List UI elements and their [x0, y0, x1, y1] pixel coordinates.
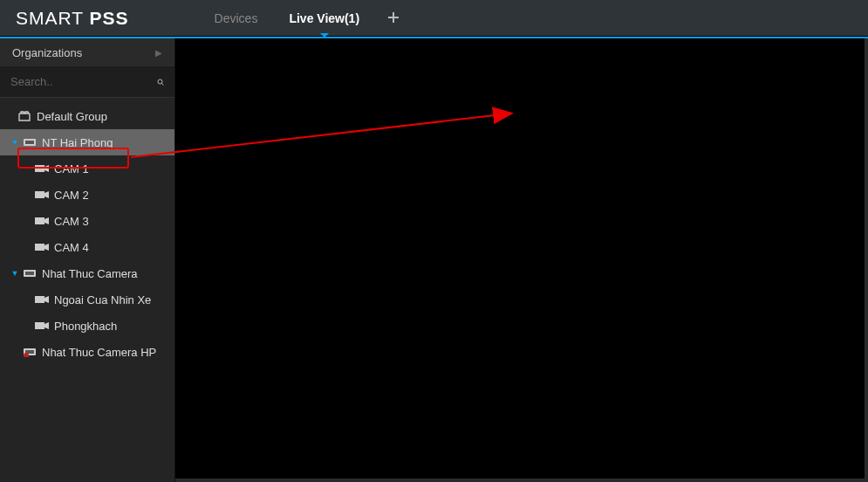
- tree-root-label: Default Group: [37, 110, 107, 123]
- tree-device-label: NT Hai Phong: [42, 136, 113, 149]
- tree-device-label: Nhat Thuc Camera: [42, 267, 138, 280]
- app-title-light: SMART: [16, 8, 90, 28]
- app-title: SMART PSS: [16, 8, 129, 29]
- video-grid[interactable]: [175, 38, 868, 482]
- camera-icon: [35, 214, 49, 228]
- collapse-icon[interactable]: ▼: [10, 269, 19, 278]
- device-tree: ▼ Default Group ▼ NT Hai Phong CAM 1 CAM: [0, 98, 174, 482]
- camera-icon: [35, 240, 49, 254]
- organizations-header[interactable]: Organizations ▶: [0, 38, 174, 66]
- plus-icon: [387, 11, 400, 24]
- svg-rect-3: [35, 165, 44, 172]
- device-offline-icon: [23, 345, 37, 359]
- tree-camera-cam3[interactable]: CAM 3: [0, 208, 174, 234]
- chevron-right-icon: ▶: [155, 48, 162, 58]
- app-title-bold: PSS: [90, 8, 129, 28]
- right-border: [865, 38, 868, 482]
- tab-bar: Devices Live View(1): [199, 0, 412, 36]
- tree-device-nthai[interactable]: ▼ NT Hai Phong: [0, 129, 174, 155]
- tree-camera-label: Phongkhach: [54, 320, 117, 333]
- tab-devices-label: Devices: [215, 11, 258, 25]
- device-icon: [23, 266, 37, 280]
- app-header: SMART PSS Devices Live View(1): [0, 0, 868, 37]
- svg-rect-5: [35, 217, 44, 224]
- tree-root[interactable]: ▼ Default Group: [0, 103, 174, 129]
- svg-rect-2: [25, 141, 34, 144]
- search-input[interactable]: [10, 75, 157, 88]
- svg-rect-10: [35, 322, 44, 329]
- tree-device-label: Nhat Thuc Camera HP: [42, 346, 156, 359]
- tree-camera-cam1[interactable]: CAM 1: [0, 155, 174, 182]
- add-tab-button[interactable]: [375, 8, 412, 28]
- svg-rect-4: [35, 191, 44, 198]
- svg-rect-8: [25, 272, 34, 275]
- search-box: [0, 66, 174, 98]
- svg-rect-6: [35, 244, 44, 251]
- svg-point-0: [158, 79, 162, 84]
- tree-camera-label: Ngoai Cua Nhin Xe: [54, 293, 151, 306]
- content-area: Organizations ▶ ▼ Default Group ▼ NT Hai…: [0, 38, 868, 482]
- tab-liveview[interactable]: Live View(1): [273, 0, 375, 36]
- sidebar: Organizations ▶ ▼ Default Group ▼ NT Hai…: [0, 38, 175, 482]
- tab-devices[interactable]: Devices: [199, 0, 274, 36]
- camera-icon: [35, 188, 49, 202]
- camera-icon: [35, 319, 49, 333]
- tree-camera-cam2[interactable]: CAM 2: [0, 182, 174, 208]
- organizations-label: Organizations: [12, 46, 82, 59]
- tab-liveview-label: Live View(1): [289, 11, 359, 25]
- tree-device-nhatthuc[interactable]: ▼ Nhat Thuc Camera: [0, 260, 174, 286]
- camera-icon: [35, 293, 49, 306]
- svg-rect-9: [35, 296, 44, 303]
- bottom-border: [175, 479, 868, 482]
- tree-camera-cam4[interactable]: CAM 4: [0, 234, 174, 260]
- tree-camera-label: CAM 4: [54, 241, 89, 254]
- camera-icon: [35, 162, 49, 176]
- tree-camera-phongkhach[interactable]: Phongkhach: [0, 313, 174, 339]
- tree-camera-label: CAM 3: [54, 215, 89, 228]
- expand-spacer: ▼: [5, 112, 14, 120]
- search-icon[interactable]: [157, 75, 164, 89]
- tree-camera-label: CAM 1: [54, 162, 89, 176]
- tree-camera-label: CAM 2: [54, 189, 89, 202]
- tree-camera-ngoaicua[interactable]: Ngoai Cua Nhin Xe: [0, 286, 174, 313]
- expand-spacer: ▼: [10, 348, 19, 356]
- group-icon: [17, 109, 31, 123]
- collapse-icon[interactable]: ▼: [10, 138, 19, 147]
- device-icon: [23, 135, 37, 149]
- tree-device-nhatthuchp[interactable]: ▼ Nhat Thuc Camera HP: [0, 339, 174, 365]
